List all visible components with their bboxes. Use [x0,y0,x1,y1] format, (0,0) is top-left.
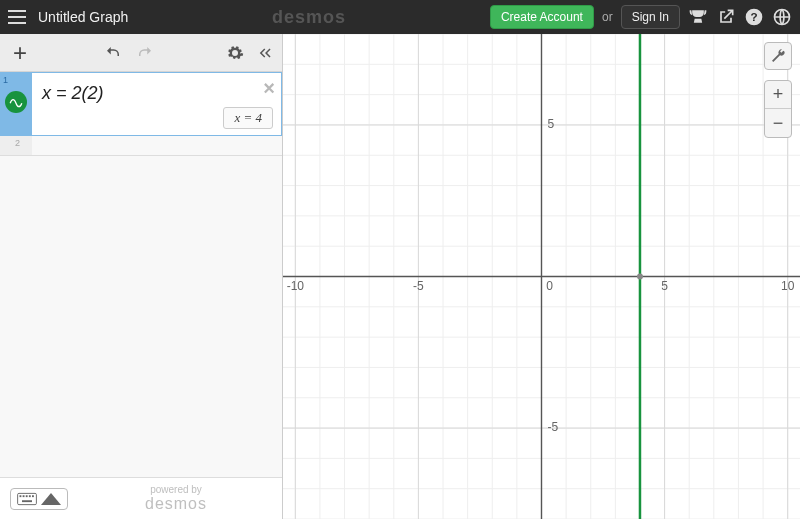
svg-rect-3 [18,493,37,504]
undo-icon[interactable] [104,44,122,62]
expression-row[interactable]: 1 x = 2(2) x = 4 × [0,72,282,136]
delete-expression-icon[interactable]: × [263,77,275,100]
menu-icon[interactable] [8,10,26,24]
empty-expression-row[interactable]: 2 [0,136,282,156]
graph-settings-button[interactable] [764,42,792,70]
add-expression-button[interactable]: + [8,39,32,67]
zoom-controls: + − [764,80,792,138]
svg-rect-5 [23,495,25,497]
wave-icon [9,95,23,109]
svg-text:?: ? [750,10,757,23]
powered-by: powered by desmos [80,484,272,513]
share-icon[interactable] [716,7,736,27]
wrench-icon [770,48,786,64]
svg-rect-4 [20,495,22,497]
svg-rect-7 [29,495,31,497]
collapse-panel-icon[interactable] [256,44,274,62]
or-label: or [602,10,613,24]
expression-index: 1 [3,73,8,85]
svg-rect-8 [32,495,34,497]
graph-area[interactable]: + − [283,34,800,519]
expression-color-swatch[interactable] [5,91,27,113]
zoom-in-button[interactable]: + [765,81,791,109]
redo-icon[interactable] [136,44,154,62]
zoom-out-button[interactable]: − [765,109,791,137]
keyboard-icon [17,492,37,506]
sign-in-button[interactable]: Sign In [621,5,680,29]
svg-rect-9 [22,500,32,502]
trophy-icon[interactable] [688,7,708,27]
keyboard-button[interactable] [10,488,68,510]
graph-title[interactable]: Untitled Graph [38,9,128,25]
svg-rect-6 [26,495,28,497]
language-icon[interactable] [772,7,792,27]
expression-math[interactable]: x = 2(2) [42,83,271,104]
create-account-button[interactable]: Create Account [490,5,594,29]
expression-panel: + 1 x = 2(2) x = 4 [0,34,283,519]
help-icon[interactable]: ? [744,7,764,27]
expression-result: x = 4 [223,107,273,129]
expression-index: 2 [12,136,20,148]
chevron-up-icon [41,492,61,506]
brand-logo: desmos [128,7,490,28]
settings-gear-icon[interactable] [226,44,244,62]
